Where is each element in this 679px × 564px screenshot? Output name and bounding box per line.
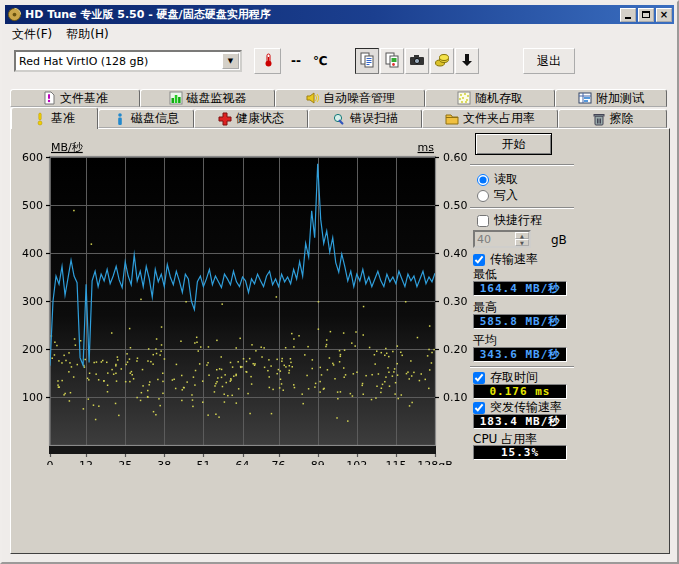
screenshot-button[interactable] — [405, 48, 429, 74]
tab-label: 随机存取 — [475, 90, 523, 107]
titlebar[interactable]: HD Tune 专业版 5.50 - 硬盘/固态硬盘实用程序 × — [5, 5, 674, 24]
disk-monitor-icon — [169, 91, 183, 105]
min-value: 164.4 MB/秒 — [473, 281, 567, 296]
copy-image-button[interactable] — [380, 48, 404, 74]
copy-image-icon — [384, 52, 400, 71]
tab-random-access[interactable]: 随机存取 — [425, 89, 555, 107]
copy-text-icon — [359, 52, 375, 71]
menu-file[interactable]: 文件(F) — [5, 25, 59, 44]
tab-label: 文件夹占用率 — [463, 110, 535, 127]
close-icon: × — [660, 10, 668, 19]
erase-icon — [592, 112, 606, 126]
app-icon — [7, 7, 22, 22]
tab-label: 磁盘监视器 — [187, 90, 247, 107]
read-radio-row: 读取 — [477, 171, 518, 188]
coins-icon — [434, 52, 450, 71]
maximize-icon — [642, 11, 650, 18]
tab-label: 附加测试 — [596, 90, 644, 107]
minimize-icon — [625, 17, 631, 19]
tab-label: 基准 — [51, 110, 75, 127]
temperature-button[interactable] — [254, 48, 281, 74]
tab-label: 错误扫描 — [350, 110, 398, 127]
down-arrow-icon — [459, 52, 475, 71]
read-radio-label: 读取 — [494, 171, 518, 188]
tab-label: 自动噪音管理 — [323, 90, 395, 107]
access-time-checkbox[interactable] — [473, 372, 485, 384]
separator — [470, 164, 574, 166]
write-radio[interactable] — [477, 190, 489, 202]
short-stroke-spinner: ▲ ▼ — [473, 230, 531, 248]
extra-tests-icon — [578, 91, 592, 105]
tab-row-top: 文件基准磁盘监视器自动噪音管理随机存取附加测试 — [10, 88, 670, 107]
exit-button[interactable]: 退出 — [523, 48, 575, 74]
tab-extra-tests[interactable]: 附加测试 — [555, 89, 667, 107]
max-value: 585.8 MB/秒 — [473, 314, 567, 329]
drive-select[interactable]: Red Hat VirtIO (128 gB) ▼ — [14, 50, 242, 72]
transfer-rate-checkbox[interactable] — [473, 254, 485, 266]
access-time-value: 0.176 ms — [473, 384, 567, 399]
window-title: HD Tune 专业版 5.50 - 硬盘/固态硬盘实用程序 — [25, 7, 618, 22]
copy-text-button[interactable] — [355, 48, 379, 74]
short-stroke-unit: gB — [551, 233, 567, 247]
avg-value: 343.6 MB/秒 — [473, 347, 567, 362]
tab-disk-info[interactable]: 磁盘信息 — [98, 109, 194, 128]
read-radio[interactable] — [477, 174, 489, 186]
disk-info-icon — [113, 112, 127, 126]
health-icon — [218, 112, 232, 126]
burst-rate-checkbox[interactable] — [473, 402, 485, 414]
tab-benchmark[interactable]: 基准 — [10, 107, 98, 129]
start-button[interactable]: 开始 — [475, 133, 552, 155]
camera-icon — [409, 52, 425, 71]
benchmark-icon — [33, 112, 47, 126]
spinner-down-button[interactable]: ▼ — [515, 239, 529, 246]
chevron-down-icon[interactable]: ▼ — [222, 53, 239, 69]
tab-disk-monitor[interactable]: 磁盘监视器 — [140, 89, 275, 107]
random-access-icon — [457, 91, 471, 105]
file-benchmark-icon — [42, 91, 56, 105]
tab-file-benchmark[interactable]: 文件基准 — [10, 89, 140, 107]
drive-select-value: Red Hat VirtIO (128 gB) — [16, 55, 222, 68]
tab-label: 擦除 — [610, 110, 634, 127]
tab-label: 健康状态 — [236, 110, 284, 127]
short-stroke-label: 快捷行程 — [494, 212, 542, 229]
tab-row-bottom: 基准磁盘信息健康状态错误扫描文件夹占用率擦除 — [10, 107, 670, 128]
write-radio-label: 写入 — [494, 187, 518, 204]
short-stroke-input[interactable] — [475, 232, 515, 246]
folder-usage-icon — [445, 112, 459, 126]
separator — [470, 207, 574, 209]
tab-label: 磁盘信息 — [131, 110, 179, 127]
menubar: 文件(F) 帮助(H) — [5, 25, 674, 43]
minimize-button[interactable] — [620, 8, 636, 22]
thermometer-icon — [260, 52, 276, 71]
write-radio-row: 写入 — [477, 187, 518, 204]
tab-noise-management[interactable]: 自动噪音管理 — [275, 89, 425, 107]
transfer-rate-label: 传输速率 — [490, 251, 538, 268]
close-button[interactable]: × — [656, 8, 672, 22]
save-results-button[interactable] — [455, 48, 479, 74]
tab-erase[interactable]: 擦除 — [558, 109, 667, 128]
app-window: HD Tune 专业版 5.50 - 硬盘/固态硬盘实用程序 × 文件(F) 帮… — [0, 0, 679, 564]
separator — [470, 366, 574, 368]
tab-health[interactable]: 健康状态 — [194, 109, 308, 128]
noise-management-icon — [305, 91, 319, 105]
cpu-usage-value: 15.3% — [473, 445, 567, 460]
temperature-value: -- — [291, 54, 301, 68]
toolbar-buttons — [355, 48, 479, 74]
maximize-button[interactable] — [638, 8, 654, 22]
spinner-up-button[interactable]: ▲ — [515, 232, 529, 239]
menu-help[interactable]: 帮助(H) — [59, 25, 115, 44]
short-stroke-checkbox[interactable] — [477, 215, 489, 227]
short-stroke-row: 快捷行程 — [477, 212, 542, 229]
tab-folder-usage[interactable]: 文件夹占用率 — [422, 109, 558, 128]
burst-rate-value: 183.4 MB/秒 — [473, 414, 567, 429]
tab-error-scan[interactable]: 错误扫描 — [308, 109, 422, 128]
benchmark-chart — [12, 140, 467, 465]
tab-label: 文件基准 — [60, 90, 108, 107]
donate-button[interactable] — [430, 48, 454, 74]
error-scan-icon — [332, 112, 346, 126]
temperature-unit: ℃ — [313, 54, 328, 68]
